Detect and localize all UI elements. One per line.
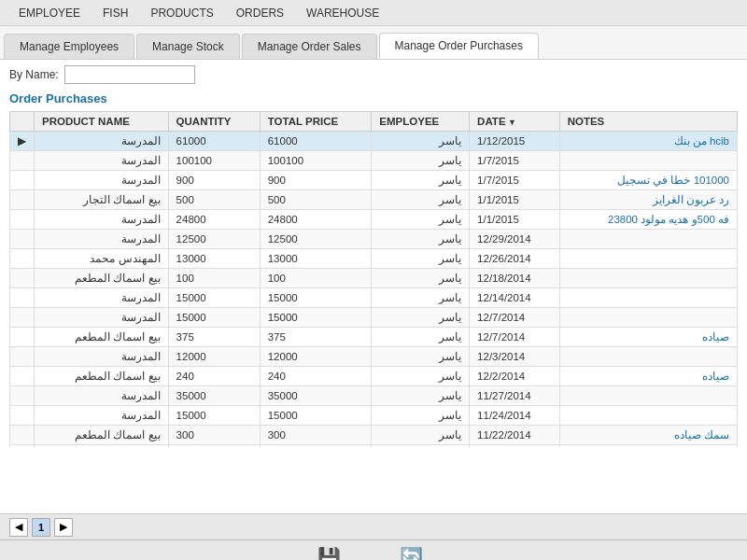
- col-product-name[interactable]: PRODUCT NAME: [35, 112, 169, 132]
- row-employee: ياسر: [372, 445, 470, 448]
- row-total-price: 375: [260, 328, 372, 347]
- bottom-toolbar: 💾 Save 🔄 Refresh: [0, 539, 747, 560]
- table-row[interactable]: المدرسة1250012500ياسر12/29/2014: [10, 230, 738, 249]
- row-total-price: 500: [260, 190, 372, 210]
- row-indicator: [10, 288, 35, 308]
- table-row[interactable]: المدرسة1500015000ياسر12/14/2014: [10, 288, 738, 308]
- row-employee: ياسر: [372, 210, 470, 230]
- order-purchases-table: PRODUCT NAME QUANTITY TOTAL PRICE EMPLOY…: [9, 111, 738, 447]
- table-row[interactable]: المدرسة1500015000ياسر11/24/2014: [10, 406, 738, 426]
- row-total-price: 13000: [260, 249, 372, 269]
- table-row[interactable]: المدرسة900900ياسر1/7/2015101000 خطا في ت…: [10, 171, 738, 190]
- table-row[interactable]: المهندس محمد1300013000ياسر12/26/2014: [10, 249, 738, 269]
- row-date: 12/7/2014: [470, 308, 560, 328]
- filter-input[interactable]: [64, 65, 195, 84]
- table-row[interactable]: بيع اسماك المطعم375375ياسر12/7/2014صياده: [10, 328, 738, 347]
- row-note: [559, 249, 737, 269]
- table-row[interactable]: بيع اسماك المطعم300300ياسر11/22/2014سمك …: [10, 426, 738, 445]
- row-total-price: 15000: [260, 288, 372, 308]
- save-button[interactable]: 💾 Save: [310, 542, 348, 561]
- col-notes[interactable]: NOTES: [559, 112, 737, 132]
- menu-fish[interactable]: FISH: [92, 3, 139, 23]
- table-row[interactable]: المدرسة3500035000ياسر11/27/2014: [10, 386, 738, 406]
- table-row[interactable]: ▶المدرسة6100061000ياسر1/12/2015hcib من ب…: [10, 132, 738, 151]
- row-employee: ياسر: [372, 426, 470, 445]
- table-row[interactable]: بيع اسماك المطعم240240ياسر12/2/2014صياده: [10, 367, 738, 386]
- row-date: 1/1/2015: [470, 190, 560, 210]
- tab-manage-employees[interactable]: Manage Employees: [4, 34, 134, 59]
- tab-manage-stock[interactable]: Manage Stock: [136, 34, 240, 59]
- row-note[interactable]: رد عربون الغرايز: [559, 190, 737, 210]
- refresh-button[interactable]: 🔄 Refresh: [386, 542, 437, 561]
- row-note[interactable]: تصفيه العهده في 11 20: [559, 445, 737, 448]
- row-note: [559, 347, 737, 367]
- row-indicator: [10, 347, 35, 367]
- row-quantity: 500: [168, 190, 260, 210]
- filter-row: By Name:: [9, 65, 738, 84]
- row-quantity: 15000: [168, 308, 260, 328]
- row-product: المهندس محمد: [35, 249, 169, 269]
- row-employee: ياسر: [372, 386, 470, 406]
- row-indicator: [10, 269, 35, 288]
- row-note: [559, 308, 737, 328]
- page-1-btn[interactable]: 1: [32, 518, 50, 537]
- row-indicator: [10, 249, 35, 269]
- row-product: المدرسة: [35, 308, 169, 328]
- menu-employee[interactable]: EMPLOYEE: [7, 3, 92, 23]
- row-indicator: [10, 406, 35, 426]
- row-note[interactable]: hcib من بنك: [559, 132, 737, 151]
- row-employee: ياسر: [372, 171, 470, 190]
- row-quantity: 61000: [168, 132, 260, 151]
- menu-orders[interactable]: ORDERS: [225, 3, 295, 23]
- row-total-price: 100: [260, 269, 372, 288]
- row-quantity: 100100: [168, 151, 260, 171]
- row-indicator: [10, 426, 35, 445]
- table-row[interactable]: بيع اسماك التجار500500ياسر1/1/2015رد عرب…: [10, 190, 738, 210]
- row-product: المدرسة: [35, 210, 169, 230]
- row-quantity: 15000: [168, 406, 260, 426]
- row-total-price: 300: [260, 426, 372, 445]
- row-note[interactable]: سمك صياده: [559, 426, 737, 445]
- row-date: 1/7/2015: [470, 171, 560, 190]
- tab-manage-order-sales[interactable]: Manage Order Sales: [242, 34, 377, 59]
- page-prev-btn[interactable]: ◀: [9, 518, 28, 537]
- row-note[interactable]: صياده: [559, 328, 737, 347]
- row-note[interactable]: صياده: [559, 367, 737, 386]
- row-total-price: 15000: [260, 308, 372, 328]
- row-indicator: [10, 190, 35, 210]
- tab-manage-order-purchases[interactable]: Manage Order Purchases: [379, 33, 539, 59]
- row-product: المدرسة: [35, 347, 169, 367]
- table-row[interactable]: المدرسة100100100100ياسر1/7/2015: [10, 151, 738, 171]
- row-employee: ياسر: [372, 151, 470, 171]
- col-total-price[interactable]: TOTAL PRICE: [260, 112, 372, 132]
- row-note[interactable]: 101000 خطا في تسجيل: [559, 171, 737, 190]
- table-wrapper[interactable]: PRODUCT NAME QUANTITY TOTAL PRICE EMPLOY…: [9, 111, 738, 447]
- col-employee[interactable]: EMPLOYEE: [372, 112, 470, 132]
- row-product: المدرسة: [35, 171, 169, 190]
- table-row[interactable]: المدرسة1200012000ياسر12/3/2014: [10, 347, 738, 367]
- menu-products[interactable]: PRODUCTS: [139, 3, 224, 23]
- col-date[interactable]: DATE: [470, 112, 560, 132]
- table-row[interactable]: المدرسة1376013760ياسر11/20/2014تصفيه الع…: [10, 445, 738, 448]
- row-product: المدرسة: [35, 445, 169, 448]
- row-note[interactable]: فه 500و هديه مولود 23800: [559, 210, 737, 230]
- col-quantity[interactable]: QUANTITY: [168, 112, 260, 132]
- row-employee: ياسر: [372, 367, 470, 386]
- row-date: 12/29/2014: [470, 230, 560, 249]
- row-employee: ياسر: [372, 249, 470, 269]
- pagination-bar: ◀ 1 ▶: [0, 513, 747, 539]
- row-quantity: 35000: [168, 386, 260, 406]
- page-next-btn[interactable]: ▶: [54, 518, 73, 537]
- table-row[interactable]: بيع اسماك المطعم100100ياسر12/18/2014: [10, 269, 738, 288]
- row-date: 11/24/2014: [470, 406, 560, 426]
- row-quantity: 15000: [168, 288, 260, 308]
- row-product: المدرسة: [35, 406, 169, 426]
- table-row[interactable]: المدرسة1500015000ياسر12/7/2014: [10, 308, 738, 328]
- row-date: 11/20/2014: [470, 445, 560, 448]
- table-row[interactable]: المدرسة2480024800ياسر1/1/2015فه 500و هدي…: [10, 210, 738, 230]
- row-date: 1/7/2015: [470, 151, 560, 171]
- row-date: 1/12/2015: [470, 132, 560, 151]
- menu-warehouse[interactable]: WAREHOUSE: [295, 3, 390, 23]
- section-title: Order Purchases: [9, 91, 738, 105]
- row-indicator: [10, 445, 35, 448]
